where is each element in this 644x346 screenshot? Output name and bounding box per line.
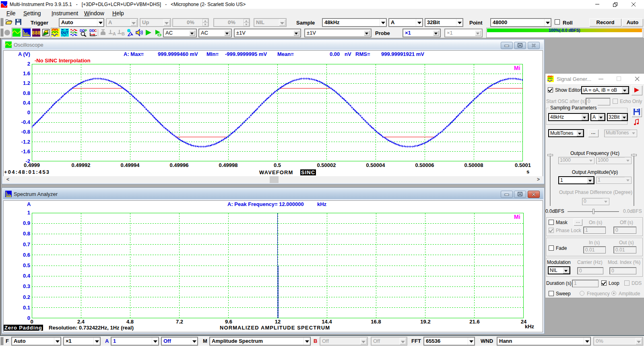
svg-text:C: C bbox=[94, 29, 97, 33]
svg-text:P: P bbox=[85, 29, 87, 33]
svg-text:A: A bbox=[113, 31, 116, 36]
svg-text:B: B bbox=[122, 31, 125, 36]
svg-text:DUT: DUT bbox=[61, 31, 69, 35]
svg-text:888: 888 bbox=[32, 31, 40, 36]
